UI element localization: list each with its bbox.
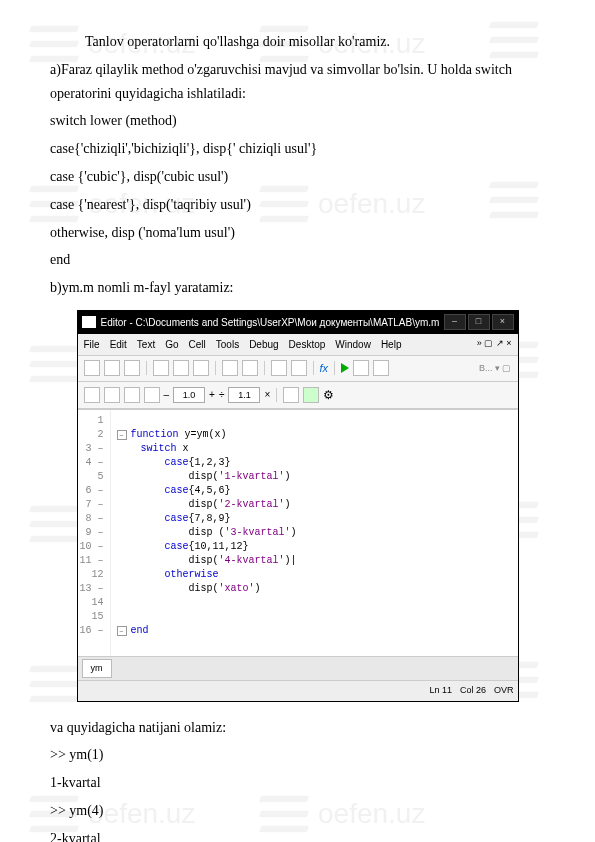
- menu-help[interactable]: Help: [381, 336, 402, 353]
- code-line: otherwise, disp ('noma'lum usul'): [50, 221, 545, 245]
- code-line: case{'chiziqli','bichiziqli'}, disp{' ch…: [50, 137, 545, 161]
- app-icon: [82, 316, 96, 328]
- titlebar: Editor - C:\Documents and Settings\UserX…: [78, 311, 518, 334]
- status-ovr: OVR: [494, 683, 514, 698]
- toolbar-main: fx B... ▾ ▢: [78, 356, 518, 382]
- maximize-button[interactable]: □: [468, 314, 490, 330]
- cell-icon-3[interactable]: [124, 387, 140, 403]
- menu-cell[interactable]: Cell: [189, 336, 206, 353]
- file-tabbar: ym: [78, 656, 518, 680]
- save-icon[interactable]: [124, 360, 140, 376]
- cell-icon-5[interactable]: [283, 387, 299, 403]
- menu-file[interactable]: File: [84, 336, 100, 353]
- code-editor[interactable]: 123 –4 –56 –7 –8 –9 –10 –11 –1213 –14151…: [78, 409, 518, 656]
- paragraph: va quyidagicha natijani olamiz:: [50, 716, 545, 740]
- code-body[interactable]: –function y=ym(x) switch x case{1,2,3} d…: [111, 410, 303, 656]
- run-advance-icon[interactable]: [373, 360, 389, 376]
- menu-tools[interactable]: Tools: [216, 336, 239, 353]
- open-icon[interactable]: [104, 360, 120, 376]
- menu-text[interactable]: Text: [137, 336, 155, 353]
- document-content: Tanlov operatorlarni qo'llashga doir mis…: [0, 0, 595, 842]
- paragraph: Tanlov operatorlarni qo'llashga doir mis…: [50, 30, 545, 54]
- increment-field[interactable]: 1.0: [173, 387, 205, 403]
- output-line: >> ym(1): [50, 743, 545, 767]
- times-label: ×: [264, 386, 270, 403]
- editor-window: Editor - C:\Documents and Settings\UserX…: [77, 310, 519, 702]
- menu-window[interactable]: Window: [335, 336, 371, 353]
- multiply-field[interactable]: 1.1: [228, 387, 260, 403]
- undo-icon[interactable]: [222, 360, 238, 376]
- code-line: end: [50, 248, 545, 272]
- statusbar: Ln 11 Col 26 OVR: [78, 680, 518, 700]
- code-line: switch lower (method): [50, 109, 545, 133]
- copy-icon[interactable]: [173, 360, 189, 376]
- menu-debug[interactable]: Debug: [249, 336, 278, 353]
- run-cell-icon[interactable]: [353, 360, 369, 376]
- cell-icon-1[interactable]: [84, 387, 100, 403]
- minus-label: –: [164, 386, 170, 403]
- find-icon[interactable]: [291, 360, 307, 376]
- paragraph: b)ym.m nomli m-fayl yaratamiz:: [50, 276, 545, 300]
- menu-overflow[interactable]: » ▢ ↗ ×: [477, 336, 512, 353]
- fx-icon[interactable]: fx: [320, 359, 329, 378]
- output-line: 2-kvartal: [50, 827, 545, 842]
- toolbar-right[interactable]: B... ▾ ▢: [479, 361, 512, 376]
- cell-icon-4[interactable]: [144, 387, 160, 403]
- code-line: case {'cubic'}, disp('cubic usul'): [50, 165, 545, 189]
- close-button[interactable]: ×: [492, 314, 514, 330]
- divide-label: ÷: [219, 386, 225, 403]
- toolbar-cell: – 1.0 + ÷ 1.1 × ⚙: [78, 382, 518, 409]
- menu-go[interactable]: Go: [165, 336, 178, 353]
- status-col: Col 26: [460, 683, 486, 698]
- menu-desktop[interactable]: Desktop: [289, 336, 326, 353]
- gear-icon[interactable]: ⚙: [323, 385, 334, 405]
- line-gutter: 123 –4 –56 –7 –8 –9 –10 –11 –1213 –14151…: [78, 410, 111, 656]
- window-title: Editor - C:\Documents and Settings\UserX…: [101, 314, 444, 331]
- status-line: Ln 11: [429, 683, 452, 698]
- cell-icon-6[interactable]: [303, 387, 319, 403]
- minimize-button[interactable]: –: [444, 314, 466, 330]
- cut-icon[interactable]: [153, 360, 169, 376]
- output-line: >> ym(4): [50, 799, 545, 823]
- code-line: case {'nearest'}, disp('taqribiy usul'): [50, 193, 545, 217]
- output-line: 1-kvartal: [50, 771, 545, 795]
- menubar: File Edit Text Go Cell Tools Debug Deskt…: [78, 334, 518, 356]
- paste-icon[interactable]: [193, 360, 209, 376]
- redo-icon[interactable]: [242, 360, 258, 376]
- run-icon[interactable]: [341, 363, 349, 373]
- cell-icon-2[interactable]: [104, 387, 120, 403]
- file-tab[interactable]: ym: [82, 659, 112, 678]
- new-icon[interactable]: [84, 360, 100, 376]
- print-icon[interactable]: [271, 360, 287, 376]
- plus-label: +: [209, 386, 215, 403]
- menu-edit[interactable]: Edit: [110, 336, 127, 353]
- paragraph: a)Faraz qilaylik method o'zgaruvchisi ma…: [50, 58, 545, 106]
